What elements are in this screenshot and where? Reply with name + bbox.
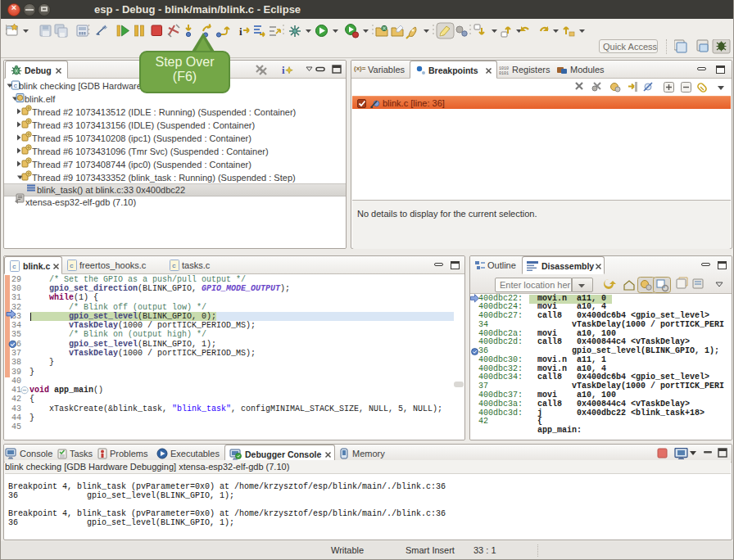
svg-text:c: c bbox=[172, 262, 176, 269]
svg-text:c: c bbox=[70, 262, 74, 269]
svg-text:0101: 0101 bbox=[499, 71, 509, 75]
svg-text:c: c bbox=[12, 263, 16, 270]
svg-text:c: c bbox=[14, 82, 18, 89]
svg-text:i: i bbox=[239, 25, 242, 38]
svg-text:i: i bbox=[282, 64, 285, 76]
